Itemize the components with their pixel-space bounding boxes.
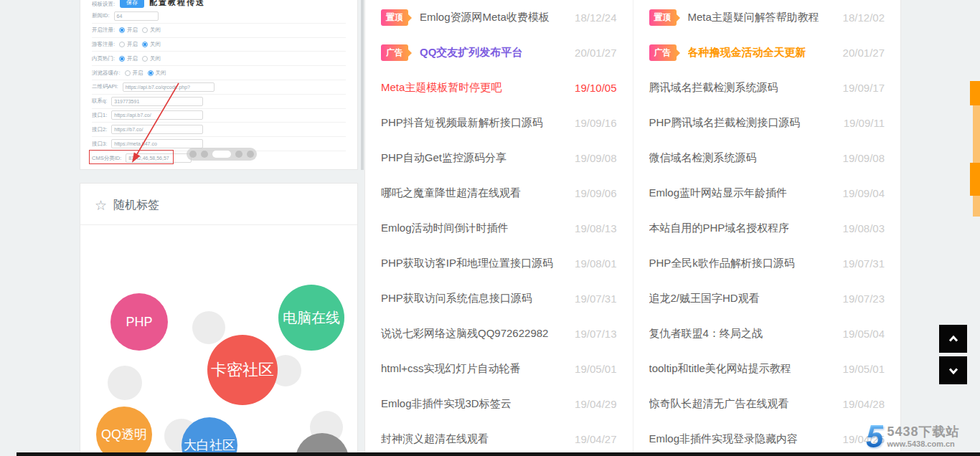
article-row[interactable]: 微信域名检测系统源码19/09/08 [633, 141, 901, 176]
article-row[interactable]: 置顶Meta主题疑问解答帮助教程18/12/02 [633, 0, 901, 35]
article-title[interactable]: Meta主题疑问解答帮助教程 [688, 11, 837, 24]
random-tags-card: ☆ 随机标签 PHP电脑在线卡密社区QQ透明大白社区二维码 [80, 183, 358, 456]
article-title[interactable]: Meta主题模板暂时停更吧 [381, 81, 568, 95]
radio-dot-icon [142, 56, 148, 62]
screenshot-form-label: 接口3: [92, 141, 107, 148]
article-title[interactable]: PHP自动Get监控源码分享 [381, 151, 568, 165]
article-title[interactable]: Emlog非插件实现登录隐藏内容 [649, 432, 837, 446]
article-title[interactable]: 各种撸现金活动全天更新 [688, 46, 837, 60]
article-row[interactable]: PHP获取访问系统信息接口源码19/07/31 [365, 281, 633, 316]
article-title[interactable]: Emlog非插件实现3D标签云 [381, 397, 568, 411]
carousel-dots [187, 148, 257, 161]
article-row[interactable]: 说说七彩网络这脑残QQ97262298219/07/13 [365, 316, 633, 351]
article-title[interactable]: PHP获取访客IP和地理位置接口源码 [381, 257, 568, 270]
article-date: 19/04/29 [575, 398, 616, 410]
article-title[interactable]: 封神演义超清在线观看 [381, 432, 568, 446]
article-row[interactable]: 复仇者联盟4：终局之战19/05/04 [633, 316, 901, 351]
radio-dot-icon [142, 27, 148, 33]
article-date: 19/09/16 [575, 117, 616, 129]
scroll-to-top-button[interactable] [939, 325, 967, 353]
article-date: 19/09/08 [575, 152, 616, 164]
carousel-dot[interactable] [212, 151, 231, 158]
screenshot-form-label: 内页热门: [92, 55, 115, 62]
article-title[interactable]: 惊奇队长超清无广告在线观看 [649, 397, 837, 411]
tag-circle[interactable]: 卡密社区 [207, 335, 278, 405]
screenshot-form-radio: 开启 [125, 70, 143, 77]
screenshot-form-header: 模板设置: 保存 配置教程传送 [92, 0, 346, 9]
screenshot-form-label: 二维码API: [92, 83, 118, 90]
article-title[interactable]: PHP腾讯域名拦截检测接口源码 [649, 116, 837, 130]
article-title[interactable]: Emlog蓝叶网站显示年龄插件 [649, 186, 837, 200]
annotation-highlight-box [89, 150, 174, 164]
screenshot-form-row: 新闻ID:64 [92, 9, 346, 24]
article-title[interactable]: PHP抖音短视频最新解析接口源码 [381, 116, 568, 130]
page: 模板设置: 保存 配置教程传送 新闻ID:64开启注册:开启关闭游客注册:开启关… [0, 0, 980, 456]
article-date: 19/07/31 [575, 293, 616, 305]
article-row[interactable]: PHP抖音短视频最新解析接口源码19/09/16 [365, 105, 633, 141]
article-row[interactable]: 哪吒之魔童降世超清在线观看19/09/06 [365, 176, 633, 211]
tag-circle[interactable]: PHP [110, 293, 168, 351]
article-row[interactable]: PHP获取访客IP和地理位置接口源码19/08/01 [365, 246, 633, 281]
article-row[interactable]: Emlog活动时间倒计时插件19/08/13 [365, 211, 633, 246]
article-row[interactable]: 本站自用的PHP域名授权程序19/08/03 [633, 211, 901, 246]
screenshot-form-row: 二维码API:https://api.b7.co/qrcode.php? [92, 80, 346, 95]
article-title[interactable]: tooltip和title美化网站提示教程 [649, 362, 837, 376]
article-row[interactable]: Emlog非插件实现3D标签云19/04/29 [365, 386, 633, 422]
article-title[interactable]: html+css实现幻灯片自动轮番 [381, 362, 568, 376]
article-title[interactable]: 微信域名检测系统源码 [649, 151, 837, 165]
article-date: 19/08/01 [575, 257, 616, 270]
radio-dot-icon [142, 42, 148, 47]
scroll-buttons [939, 325, 967, 384]
article-date: 19/09/11 [844, 117, 885, 129]
article-date: 19/04/28 [843, 398, 885, 410]
radio-dot-icon [119, 42, 125, 47]
carousel-dot[interactable] [247, 151, 254, 158]
article-date: 19/07/13 [575, 328, 616, 340]
article-row[interactable]: 腾讯域名拦截检测系统源码19/09/17 [633, 70, 901, 105]
carousel-dot[interactable] [201, 151, 208, 158]
article-row[interactable]: PHP全民k歌作品解析接口源码19/07/31 [633, 246, 901, 281]
article-row[interactable]: 追龙2/贼王国字HD观看19/07/23 [633, 281, 901, 316]
article-title[interactable]: 说说七彩网络这脑残QQ972622982 [381, 327, 568, 341]
article-title[interactable]: 追龙2/贼王国字HD观看 [649, 292, 837, 305]
article-row[interactable]: html+css实现幻灯片自动轮番19/05/01 [365, 351, 633, 386]
carousel-screenshot: 模板设置: 保存 配置教程传送 新闻ID:64开启注册:开启关闭游客注册:开启关… [80, 0, 357, 169]
article-title[interactable]: PHP获取访问系统信息接口源码 [381, 292, 568, 305]
article-row[interactable]: 广告各种撸现金活动全天更新20/01/27 [633, 35, 901, 70]
article-title[interactable]: 本站自用的PHP域名授权程序 [649, 222, 837, 235]
article-date: 19/10/05 [575, 82, 616, 94]
scroll-to-bottom-button[interactable] [939, 356, 967, 384]
screenshot-form-label: 游客注册: [92, 41, 115, 48]
article-title[interactable]: 复仇者联盟4：终局之战 [649, 327, 837, 341]
screenshot-form-row: 接口2:https://b7.co/ [92, 123, 346, 137]
article-row[interactable]: PHP自动Get监控源码分享19/09/08 [365, 141, 633, 176]
article-row[interactable]: Emlog蓝叶网站显示年龄插件19/09/04 [633, 176, 901, 211]
article-title[interactable]: PHP全民k歌作品解析接口源码 [649, 257, 837, 270]
article-row[interactable]: 封神演义超清在线观看19/04/27 [365, 422, 633, 456]
article-title[interactable]: Emlog活动时间倒计时插件 [381, 222, 568, 235]
page-scrollbar[interactable] [970, 81, 980, 217]
carousel-card: 模板设置: 保存 配置教程传送 新闻ID:64开启注册:开启关闭游客注册:开启关… [80, 0, 358, 170]
article-row[interactable]: Emlog非插件实现登录隐藏内容19/04/25 [633, 422, 901, 456]
screenshot-form-radio: 关闭 [142, 55, 161, 62]
site-url: www.5438.com.cn [887, 440, 959, 448]
carousel-dot[interactable] [235, 151, 242, 158]
article-row[interactable]: tooltip和title美化网站提示教程19/05/01 [633, 351, 901, 386]
article-row[interactable]: 置顶Emlog资源网Meta收费模板18/12/24 [365, 0, 633, 35]
article-title[interactable]: 哪吒之魔童降世超清在线观看 [381, 186, 568, 200]
screenshot-form-label: 接口2: [92, 126, 107, 133]
screenshot-form-header-label: 模板设置: [92, 1, 115, 8]
article-title[interactable]: 腾讯域名拦截检测系统源码 [649, 81, 837, 95]
article-row[interactable]: Meta主题模板暂时停更吧19/10/05 [365, 70, 633, 105]
screenshot-form-radio: 开启 [119, 27, 138, 34]
screenshot-form-label: 联系q: [92, 98, 107, 105]
article-row[interactable]: 广告QQ交友扩列发布平台20/01/27 [365, 35, 633, 70]
tag-circle[interactable]: QQ透明 [96, 407, 152, 456]
article-row[interactable]: PHP腾讯域名拦截检测接口源码19/09/11 [633, 105, 901, 141]
article-title[interactable]: Emlog资源网Meta收费模板 [420, 11, 568, 24]
tag-circle[interactable]: 电脑在线 [278, 285, 344, 351]
article-row[interactable]: 惊奇队长超清无广告在线观看19/04/28 [633, 386, 901, 422]
screenshot-form-header-title: 配置教程传送 [149, 0, 205, 8]
article-title[interactable]: QQ交友扩列发布平台 [420, 46, 568, 60]
carousel-dot[interactable] [189, 151, 197, 158]
